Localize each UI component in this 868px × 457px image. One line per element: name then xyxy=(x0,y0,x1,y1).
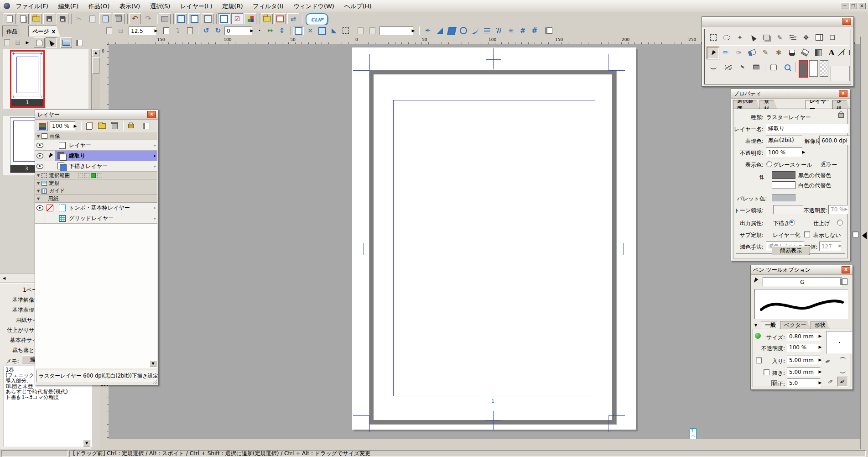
copy-button[interactable] xyxy=(86,13,98,24)
canvas-horizontal-scrollbar[interactable] xyxy=(100,439,860,449)
layer-select-tool[interactable] xyxy=(760,32,772,43)
hide-checkbox[interactable] xyxy=(852,231,858,237)
layer-opacity-arrow[interactable]: ▶ xyxy=(73,122,78,130)
shape-tool[interactable] xyxy=(843,47,850,58)
properties-titlebar[interactable]: プロパティ x xyxy=(731,89,850,99)
black-alt-swatch[interactable] xyxy=(772,171,795,179)
menu-ruler[interactable]: 定規(R) xyxy=(218,0,247,12)
save-button[interactable] xyxy=(43,13,55,24)
swatch-black-alt-selected[interactable] xyxy=(799,60,808,78)
rotate-menu-arrow[interactable]: ▶ xyxy=(249,27,255,34)
prev-view-button[interactable] xyxy=(355,26,366,35)
collapse-icon[interactable]: ▼ xyxy=(37,189,40,193)
scroll-up-button[interactable]: ▲ xyxy=(92,49,99,56)
visibility-toggle[interactable] xyxy=(35,213,45,223)
window-layout-button[interactable] xyxy=(274,13,286,24)
selection-op-icon-active[interactable] xyxy=(91,173,96,178)
close-icon[interactable]: x xyxy=(839,90,847,97)
selection-op-icon[interactable] xyxy=(97,173,102,178)
tab-general[interactable]: 一般 xyxy=(761,321,780,329)
perspective-box-tool[interactable] xyxy=(446,26,457,35)
gradient-tool[interactable] xyxy=(812,47,824,58)
tab-ruler[interactable]: 定規 xyxy=(832,100,850,109)
collapse-toolbar-button[interactable] xyxy=(545,26,555,35)
row-expand-icon[interactable]: ▸ xyxy=(154,164,156,168)
layers-scroll-down-button[interactable]: ▼ xyxy=(150,361,156,367)
fill-tool[interactable] xyxy=(799,47,811,58)
collapse-icon[interactable]: ▼ xyxy=(37,134,40,138)
hand-tool-button[interactable] xyxy=(34,37,45,48)
opacity-input[interactable]: 100 % xyxy=(766,147,802,157)
eyedropper-tool[interactable]: ✐ xyxy=(774,32,785,43)
panel-menu-arrow[interactable]: ▶ xyxy=(25,39,30,46)
speed-lines-tool[interactable] xyxy=(494,26,504,35)
pen-ruler-tool[interactable]: ✒ xyxy=(422,26,433,35)
close-icon[interactable]: x xyxy=(842,18,851,25)
delete-layer-button[interactable] xyxy=(109,121,120,131)
grayscale-radio[interactable] xyxy=(766,161,772,167)
in-input[interactable]: 5.00 mm xyxy=(787,356,821,365)
redo-button[interactable]: ↷ xyxy=(142,13,154,24)
palette-list-toggle[interactable] xyxy=(218,13,230,24)
pen-options-titlebar[interactable]: ペン ツールオプション x xyxy=(751,265,852,275)
layers-menu-button[interactable] xyxy=(142,121,153,131)
add-page-button-panel[interactable] xyxy=(2,38,12,47)
page-write-button[interactable] xyxy=(202,13,213,24)
paper-page[interactable]: 1 1ページ xyxy=(352,47,636,430)
tab-vector[interactable]: ベクター xyxy=(780,321,811,329)
angle-view-button[interactable] xyxy=(328,26,339,35)
pen-opacity-input[interactable]: 100 % xyxy=(787,343,821,352)
draw-target-cell[interactable] xyxy=(45,151,55,161)
remove-page-button-panel[interactable]: ⊟ xyxy=(13,38,23,47)
eraser-tool[interactable] xyxy=(746,47,758,58)
visibility-toggle[interactable] xyxy=(35,140,45,150)
layer-row-tombo[interactable]: トンボ・基本枠レイヤー ▸ xyxy=(35,203,157,213)
layer-name-input[interactable]: 縁取り xyxy=(766,124,849,133)
draw-target-cell[interactable] xyxy=(45,203,55,213)
correction-mode-b-button[interactable]: ✒ xyxy=(837,377,848,387)
stamp-tool[interactable] xyxy=(750,61,762,73)
layer-opacity-input[interactable]: 100 % xyxy=(50,121,75,131)
reset-rotation-button[interactable]: · xyxy=(256,26,263,35)
story-editor-button[interactable] xyxy=(175,13,187,24)
layerize-checkbox[interactable] xyxy=(804,231,810,237)
visibility-toggle[interactable] xyxy=(35,151,45,161)
close-icon[interactable]: x xyxy=(147,111,156,118)
rotate-cw-button[interactable]: ↻ xyxy=(213,26,223,35)
zoom-input[interactable]: 12.5 xyxy=(129,26,156,35)
flip-vertical-button[interactable]: ↕ xyxy=(276,26,287,35)
clip-portal-button[interactable]: CLIP xyxy=(306,13,328,26)
menu-layer[interactable]: レイヤー(L) xyxy=(176,0,216,12)
hatching-tool[interactable] xyxy=(722,61,734,73)
layer-thumbnail[interactable] xyxy=(55,203,69,213)
set-square-tool[interactable] xyxy=(434,26,445,35)
layer-thumbnail[interactable] xyxy=(55,151,69,161)
menu-view[interactable]: 表示(V) xyxy=(115,0,144,12)
new-folder-button[interactable] xyxy=(96,121,107,131)
close-button[interactable]: × xyxy=(858,2,866,9)
focus-lines-tool[interactable]: ✳ xyxy=(505,26,516,35)
remove-page-button[interactable]: ⊟ xyxy=(116,26,126,35)
finish-radio[interactable] xyxy=(837,220,843,226)
open-button[interactable] xyxy=(30,13,42,24)
swap-colors-icon[interactable]: ⇅ xyxy=(759,174,764,181)
thumbnail-view-button[interactable] xyxy=(60,37,72,48)
text-tool[interactable]: A xyxy=(826,47,837,58)
pages-panel-menu-button[interactable] xyxy=(75,37,86,48)
info-scroll-down-button[interactable]: ▼ xyxy=(83,440,90,446)
palette-check-toggle[interactable]: ☑ xyxy=(231,13,243,24)
scrollbar-thumb[interactable] xyxy=(92,57,99,74)
visibility-toggle[interactable] xyxy=(35,203,45,213)
parallel-lines-tool[interactable] xyxy=(482,26,493,35)
layer-thumbnail[interactable] xyxy=(55,140,69,150)
cut-button[interactable]: ✂ xyxy=(73,13,85,24)
delete-button[interactable] xyxy=(113,13,125,24)
out-input[interactable]: 5.00 mm xyxy=(787,368,821,377)
selection-op-icon[interactable] xyxy=(78,173,83,178)
collapse-icon[interactable]: ▼ xyxy=(37,197,40,201)
next-view-button[interactable] xyxy=(367,26,378,35)
save-all-button[interactable] xyxy=(57,13,68,24)
correction-arrow[interactable]: ▶ xyxy=(818,379,822,386)
color-settings-button[interactable] xyxy=(244,13,256,24)
page-list-button[interactable] xyxy=(188,13,200,24)
